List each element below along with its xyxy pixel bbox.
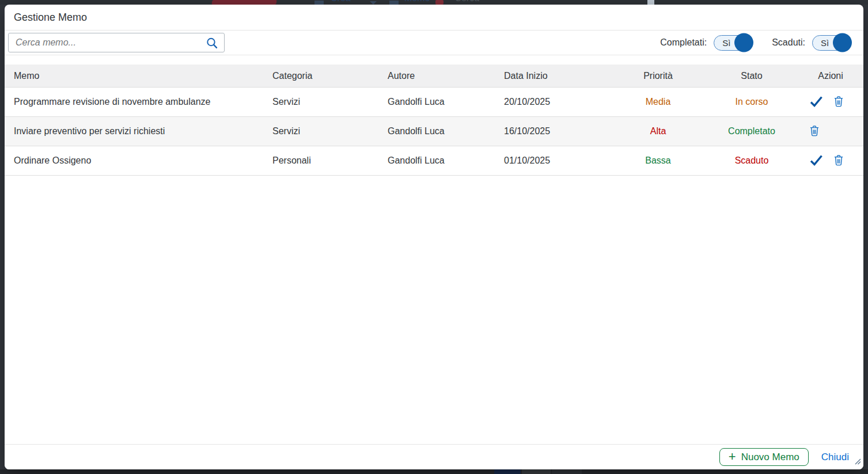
column-header-categoria: Categoria bbox=[272, 71, 388, 81]
trash-icon bbox=[809, 124, 820, 139]
azioni-cell bbox=[798, 95, 863, 109]
background-badge bbox=[435, 0, 444, 5]
delete-memo-button[interactable] bbox=[809, 124, 820, 139]
search-box[interactable] bbox=[8, 33, 225, 52]
categoria-cell: Servizi bbox=[272, 97, 388, 107]
memo-cell: Ordinare Ossigeno bbox=[5, 156, 272, 166]
scaduti-toggle-state: Sì bbox=[821, 38, 829, 48]
data-inizio-cell: 16/10/2025 bbox=[504, 126, 611, 136]
dialog-title: Gestione Memo bbox=[14, 12, 87, 24]
background-toolbar-icon2 bbox=[389, 1, 399, 5]
stato-cell: Completato bbox=[706, 126, 798, 136]
completati-toggle-handle bbox=[734, 33, 753, 52]
background-page-top: Crea Memo Cerca bbox=[0, 0, 868, 5]
completati-toggle[interactable]: Sì bbox=[714, 35, 749, 51]
column-header-stato: Stato bbox=[706, 71, 798, 81]
delete-memo-button[interactable] bbox=[833, 95, 844, 109]
background-menu-memo: Memo bbox=[404, 0, 430, 3]
background-logo bbox=[211, 0, 277, 5]
plus-icon: + bbox=[729, 450, 736, 463]
delete-memo-button[interactable] bbox=[833, 154, 844, 168]
scaduti-toggle-handle bbox=[833, 33, 852, 52]
categoria-cell: Personali bbox=[272, 156, 388, 166]
resize-grip[interactable] bbox=[854, 457, 861, 467]
priorita-cell: Media bbox=[611, 97, 706, 107]
search-input[interactable] bbox=[9, 33, 224, 52]
completati-toggle-state: Sì bbox=[722, 38, 730, 48]
gestione-memo-dialog: Gestione Memo Completati: Sì Scaduti: bbox=[5, 5, 863, 469]
column-header-autore: Autore bbox=[388, 71, 504, 81]
azioni-cell bbox=[798, 154, 863, 168]
column-header-azioni: Azioni bbox=[798, 71, 863, 81]
memo-table: Memo Categoria Autore Data Inizio Priori… bbox=[5, 65, 863, 176]
autore-cell: Gandolfi Luca bbox=[388, 97, 504, 107]
scaduti-label: Scaduti: bbox=[772, 37, 805, 48]
filter-scaduti: Scaduti: Sì bbox=[772, 35, 853, 51]
table-row: Ordinare Ossigeno Personali Gandolfi Luc… bbox=[5, 146, 863, 176]
table-header-row: Memo Categoria Autore Data Inizio Priori… bbox=[5, 65, 863, 88]
check-icon bbox=[809, 95, 824, 109]
priorita-cell: Bassa bbox=[611, 156, 706, 166]
column-header-memo: Memo bbox=[5, 71, 272, 81]
scaduti-toggle[interactable]: Sì bbox=[812, 35, 847, 51]
memo-cell: Inviare preventivo per servizi richiesti bbox=[5, 126, 272, 136]
table-row: Inviare preventivo per servizi richiesti… bbox=[5, 117, 863, 146]
background-navy-block bbox=[494, 469, 521, 474]
stato-cell: Scaduto bbox=[706, 156, 798, 166]
dialog-header: Gestione Memo bbox=[5, 5, 863, 31]
priorita-cell: Alta bbox=[611, 126, 706, 136]
stato-cell: In corso bbox=[706, 97, 798, 107]
column-header-data-inizio: Data Inizio bbox=[504, 71, 611, 81]
nuovo-memo-button[interactable]: + Nuovo Memo bbox=[719, 448, 809, 466]
table-row: Programmare revisione di novembre ambula… bbox=[5, 88, 863, 117]
completati-label: Completati: bbox=[660, 37, 707, 48]
trash-icon bbox=[833, 95, 844, 109]
filter-completati: Completati: Sì bbox=[660, 35, 755, 51]
background-toolbar-icon bbox=[314, 1, 324, 5]
filter-toggles: Completati: Sì Scaduti: Sì bbox=[660, 35, 853, 51]
categoria-cell: Servizi bbox=[272, 126, 388, 136]
background-page-bottom bbox=[0, 469, 868, 474]
background-gray-block bbox=[522, 469, 551, 474]
trash-icon bbox=[833, 154, 844, 168]
background-menu-cerca: Cerca bbox=[455, 0, 480, 3]
complete-memo-button[interactable] bbox=[809, 154, 824, 168]
dialog-toolbar: Completati: Sì Scaduti: Sì bbox=[5, 31, 863, 55]
autore-cell: Gandolfi Luca bbox=[388, 126, 504, 136]
column-header-priorita: Priorità bbox=[611, 71, 706, 81]
nuovo-memo-label: Nuovo Memo bbox=[741, 452, 799, 463]
data-inizio-cell: 20/10/2025 bbox=[504, 97, 611, 107]
background-highlight bbox=[647, 0, 654, 5]
complete-memo-button[interactable] bbox=[809, 95, 824, 109]
memo-cell: Programmare revisione di novembre ambula… bbox=[5, 97, 272, 107]
check-icon bbox=[809, 154, 824, 168]
data-inizio-cell: 01/10/2025 bbox=[504, 156, 611, 166]
dialog-footer: + Nuovo Memo Chiudi bbox=[5, 444, 863, 469]
autore-cell: Gandolfi Luca bbox=[388, 156, 504, 166]
azioni-cell bbox=[798, 124, 863, 139]
background-gray-block2 bbox=[552, 469, 582, 474]
background-menu-crea: Crea bbox=[331, 0, 351, 3]
search-icon[interactable] bbox=[206, 37, 218, 50]
chiudi-button[interactable]: Chiudi bbox=[821, 452, 849, 463]
